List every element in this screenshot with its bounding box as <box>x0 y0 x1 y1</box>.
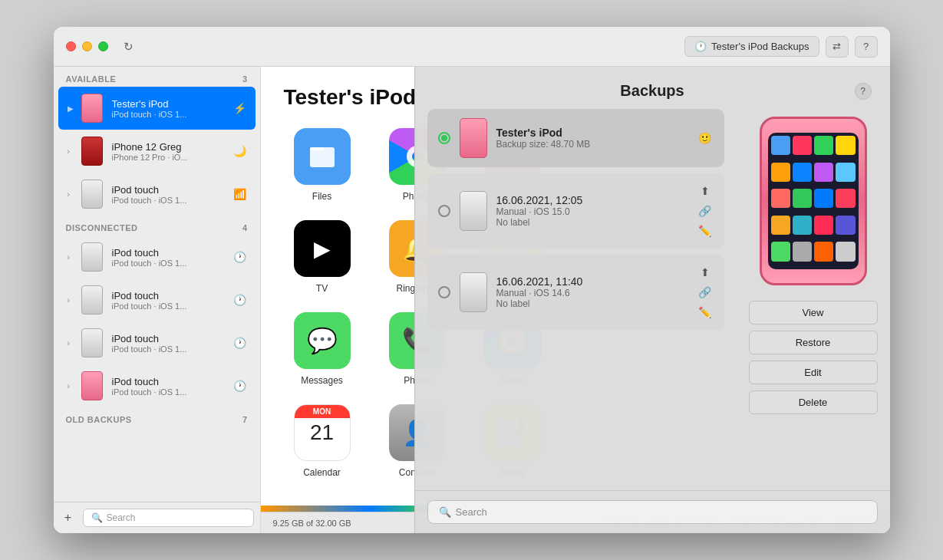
close-button[interactable] <box>66 41 76 51</box>
device-name: iPod touch <box>112 247 230 259</box>
files-icon <box>294 128 351 185</box>
backup-share-btn[interactable]: ⬆ <box>697 183 714 199</box>
old-backups-section-header: OLD BACKUPS 7 <box>54 407 260 427</box>
backup-device-thumb-1 <box>460 191 487 231</box>
device-sub: iPod touch · iOS 1... <box>112 387 230 397</box>
backup-name: Tester's iPod <box>496 127 687 139</box>
app-item-tv[interactable]: ▶ TV <box>284 220 361 294</box>
backup-nav-button[interactable]: 🕐 Tester's iPod Backups <box>684 36 819 57</box>
device-info: iPod touch iPod touch · iOS 1... <box>112 184 230 205</box>
expand-arrow: › <box>68 339 75 348</box>
calendar-day: 21 <box>310 418 334 445</box>
backup-item-current[interactable]: Tester's iPod Backup size: 48.70 MB 🙂 <box>427 109 724 167</box>
sidebar-item-testers-ipod[interactable]: ▶ Tester's iPod iPod touch · iOS 1... ⚡ <box>58 87 256 130</box>
clock-icon: 🕐 <box>694 41 707 52</box>
wifi-icon: 📶 <box>233 188 246 200</box>
clock-icon: 🕐 <box>233 251 246 263</box>
transfer-icon: ⇄ <box>833 41 841 52</box>
backup-date: 16.06.2021, 11:40 <box>496 275 687 288</box>
backup-nav-label: Tester's iPod Backups <box>711 41 809 52</box>
available-count: 3 <box>242 74 248 84</box>
expand-arrow: › <box>68 382 75 390</box>
sidebar-item-disc-2[interactable]: › iPod touchiPod touch · iOS 1... 🕐 <box>58 278 256 321</box>
preview-dot <box>836 136 855 155</box>
restore-button[interactable]: Restore <box>749 331 878 354</box>
refresh-button[interactable]: ↻ <box>124 40 134 54</box>
preview-dot <box>814 163 833 182</box>
device-name: iPod touch <box>112 376 230 387</box>
device-sub: iPod touch · iOS 1... <box>112 344 230 354</box>
backup-smiley-btn[interactable]: 🙂 <box>697 130 714 147</box>
backup-item-2[interactable]: 16.06.2021, 11:40 Manual · iOS 14.6 No l… <box>427 255 724 330</box>
minimize-button[interactable] <box>82 41 92 51</box>
backup-label: No label <box>496 217 687 228</box>
backup-item-1[interactable]: 16.06.2021, 12:05 Manual · iOS 15.0 No l… <box>427 173 724 249</box>
device-name: iPod touch <box>112 184 230 196</box>
backups-content: Tester's iPod Backup size: 48.70 MB 🙂 16… <box>415 109 890 490</box>
old-backups-count: 7 <box>242 415 248 424</box>
device-sub: iPhone 12 Pro · iO... <box>112 153 230 162</box>
sidebar-search[interactable]: 🔍 Search <box>83 509 254 527</box>
add-button[interactable]: + <box>60 509 77 526</box>
view-button[interactable]: View <box>749 301 878 324</box>
device-name: iPod touch <box>112 290 230 301</box>
sidebar-item-disc-4[interactable]: › iPod touchiPod touch · iOS 1... 🕐 <box>58 364 256 407</box>
app-item-messages[interactable]: 💬 Messages <box>284 312 361 386</box>
search-icon: 🔍 <box>91 512 103 523</box>
delete-button[interactable]: Delete <box>749 390 878 414</box>
titlebar: ↻ 🕐 Tester's iPod Backups ⇄ ? <box>54 27 890 67</box>
backups-footer: 🔍 Search <box>415 490 890 533</box>
backup-copy-btn[interactable]: 🔗 <box>697 284 714 301</box>
device-sub: iPod touch · iOS 1... <box>112 196 230 205</box>
expand-arrow: › <box>68 147 75 156</box>
content-area: Tester's iPod Files <box>261 67 890 533</box>
preview-dot <box>771 242 790 261</box>
app-item-files[interactable]: Files <box>284 128 361 202</box>
backup-type: Manual · iOS 14.6 <box>496 288 687 298</box>
preview-dot <box>793 189 812 208</box>
preview-dot <box>793 163 812 182</box>
search-placeholder: Search <box>107 512 136 523</box>
device-sub: iPod touch · iOS 1... <box>112 110 230 119</box>
backup-edit-btn[interactable]: ✏️ <box>697 222 714 239</box>
app-label: TV <box>316 283 328 294</box>
clock-icon: 🕐 <box>233 294 246 306</box>
preview-dot <box>814 189 833 208</box>
app-label: Messages <box>301 375 343 386</box>
sidebar-item-iphone12[interactable]: › iPhone 12 Greg iPhone 12 Pro · iO... 🌙 <box>58 130 256 173</box>
backup-radio-2 <box>438 286 450 298</box>
expand-arrow: › <box>68 253 75 262</box>
backup-label: No label <box>496 298 687 309</box>
preview-dot <box>771 136 790 155</box>
device-preview-screen <box>768 133 859 269</box>
help-button[interactable]: ? <box>855 36 878 58</box>
tv-icon: ▶ <box>294 220 351 277</box>
backup-edit-btn[interactable]: ✏️ <box>697 304 714 321</box>
app-item-calendar[interactable]: MON 21 Calendar <box>284 404 361 478</box>
expand-arrow: › <box>68 296 75 305</box>
edit-button[interactable]: Edit <box>749 361 878 384</box>
sidebar-bottom: + 🔍 Search <box>54 502 260 533</box>
device-preview <box>760 117 867 285</box>
backup-copy-btn[interactable]: 🔗 <box>697 203 714 219</box>
messages-icon: 💬 <box>294 312 351 369</box>
preview-dot <box>793 136 812 155</box>
device-name: Tester's iPod <box>112 98 230 110</box>
sidebar-item-ipod-touch-1[interactable]: › iPod touch iPod touch · iOS 1... 📶 <box>58 173 256 216</box>
backup-share-btn[interactable]: ⬆ <box>697 264 714 281</box>
backups-search[interactable]: 🔍 Search <box>427 500 878 524</box>
backups-help-button[interactable]: ? <box>855 83 872 100</box>
preview-dot <box>771 216 790 235</box>
app-label: Calendar <box>303 467 341 478</box>
fullscreen-button[interactable] <box>98 41 108 51</box>
device-info: Tester's iPod iPod touch · iOS 1... <box>112 98 230 119</box>
backups-action-buttons: View Restore Edit Delete <box>749 293 878 414</box>
storage-used-text: 9.25 GB of 32.00 GB <box>273 519 351 528</box>
help-icon: ? <box>863 41 869 52</box>
sidebar-item-disc-3[interactable]: › iPod touchiPod touch · iOS 1... 🕐 <box>58 321 256 364</box>
sidebar-item-disc-1[interactable]: › iPod touchiPod touch · iOS 1... 🕐 <box>58 236 256 278</box>
calendar-month: MON <box>295 405 350 418</box>
expand-arrow: ▶ <box>68 104 75 113</box>
transfer-button[interactable]: ⇄ <box>826 36 849 58</box>
old-backups-label: OLD BACKUPS <box>66 415 132 424</box>
